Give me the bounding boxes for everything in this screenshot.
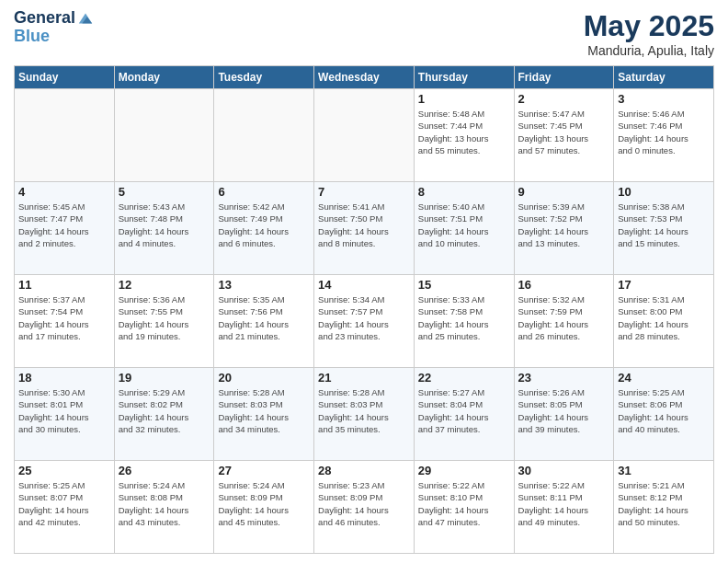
calendar-row-2: 11Sunrise: 5:37 AM Sunset: 7:54 PM Dayli… — [15, 275, 714, 368]
day-number: 20 — [218, 371, 310, 385]
day-number: 23 — [518, 371, 610, 385]
day-info: Sunrise: 5:29 AM Sunset: 8:02 PM Dayligh… — [119, 386, 210, 435]
header-row: SundayMondayTuesdayWednesdayThursdayFrid… — [15, 66, 714, 89]
calendar-cell — [15, 89, 115, 182]
day-number: 12 — [119, 278, 210, 292]
day-number: 5 — [119, 185, 210, 199]
day-info: Sunrise: 5:42 AM Sunset: 7:49 PM Dayligh… — [218, 201, 310, 249]
calendar-cell: 13Sunrise: 5:35 AM Sunset: 7:56 PM Dayli… — [214, 275, 314, 368]
calendar-cell: 17Sunrise: 5:31 AM Sunset: 8:00 PM Dayli… — [614, 275, 714, 368]
calendar-cell: 8Sunrise: 5:40 AM Sunset: 7:51 PM Daylig… — [414, 182, 514, 275]
calendar-cell: 12Sunrise: 5:36 AM Sunset: 7:55 PM Dayli… — [114, 275, 214, 368]
day-info: Sunrise: 5:35 AM Sunset: 7:56 PM Dayligh… — [218, 293, 310, 342]
calendar-cell: 19Sunrise: 5:29 AM Sunset: 8:02 PM Dayli… — [114, 368, 214, 461]
calendar-cell: 16Sunrise: 5:32 AM Sunset: 7:59 PM Dayli… — [514, 275, 614, 368]
day-number: 3 — [618, 92, 710, 106]
day-info: Sunrise: 5:32 AM Sunset: 7:59 PM Dayligh… — [518, 293, 610, 342]
calendar-row-4: 25Sunrise: 5:25 AM Sunset: 8:07 PM Dayli… — [15, 461, 714, 554]
calendar-cell: 29Sunrise: 5:22 AM Sunset: 8:10 PM Dayli… — [414, 461, 514, 554]
day-number: 11 — [18, 278, 110, 292]
day-info: Sunrise: 5:27 AM Sunset: 8:04 PM Dayligh… — [418, 386, 510, 435]
calendar-cell: 9Sunrise: 5:39 AM Sunset: 7:52 PM Daylig… — [514, 182, 614, 275]
calendar-cell: 31Sunrise: 5:21 AM Sunset: 8:12 PM Dayli… — [614, 461, 714, 554]
day-number: 13 — [218, 278, 310, 292]
day-number: 25 — [18, 464, 110, 477]
day-number: 2 — [518, 92, 610, 106]
day-number: 8 — [418, 185, 510, 199]
day-info: Sunrise: 5:45 AM Sunset: 7:47 PM Dayligh… — [18, 201, 110, 249]
calendar-cell: 15Sunrise: 5:33 AM Sunset: 7:58 PM Dayli… — [414, 275, 514, 368]
day-number: 27 — [218, 464, 310, 477]
header-monday: Monday — [114, 66, 214, 89]
day-info: Sunrise: 5:41 AM Sunset: 7:50 PM Dayligh… — [318, 201, 410, 249]
logo: General Blue — [14, 9, 94, 46]
calendar-cell: 5Sunrise: 5:43 AM Sunset: 7:48 PM Daylig… — [114, 182, 214, 275]
logo-icon — [77, 10, 94, 27]
day-info: Sunrise: 5:24 AM Sunset: 8:09 PM Dayligh… — [218, 479, 310, 528]
day-number: 29 — [418, 464, 510, 477]
day-number: 28 — [318, 464, 410, 477]
header: General Blue May 2025 Manduria, Apulia, … — [14, 9, 714, 58]
logo-blue: Blue — [14, 28, 50, 46]
day-info: Sunrise: 5:39 AM Sunset: 7:52 PM Dayligh… — [518, 201, 610, 249]
day-info: Sunrise: 5:43 AM Sunset: 7:48 PM Dayligh… — [119, 201, 210, 249]
day-number: 4 — [18, 185, 110, 199]
month-title: May 2025 — [584, 9, 714, 43]
day-info: Sunrise: 5:40 AM Sunset: 7:51 PM Dayligh… — [418, 201, 510, 249]
day-number: 24 — [618, 371, 710, 385]
day-number: 9 — [518, 185, 610, 199]
header-saturday: Saturday — [614, 66, 714, 89]
day-number: 30 — [518, 464, 610, 477]
day-number: 1 — [418, 92, 510, 106]
day-number: 17 — [618, 278, 710, 292]
calendar-cell: 10Sunrise: 5:38 AM Sunset: 7:53 PM Dayli… — [614, 182, 714, 275]
calendar-cell: 11Sunrise: 5:37 AM Sunset: 7:54 PM Dayli… — [15, 275, 115, 368]
calendar-cell — [214, 89, 314, 182]
day-info: Sunrise: 5:25 AM Sunset: 8:06 PM Dayligh… — [618, 386, 710, 435]
day-number: 18 — [18, 371, 110, 385]
calendar-row-1: 4Sunrise: 5:45 AM Sunset: 7:47 PM Daylig… — [15, 182, 714, 275]
title-block: May 2025 Manduria, Apulia, Italy — [584, 9, 714, 58]
calendar-cell: 2Sunrise: 5:47 AM Sunset: 7:45 PM Daylig… — [514, 89, 614, 182]
page: General Blue May 2025 Manduria, Apulia, … — [0, 0, 728, 563]
day-info: Sunrise: 5:21 AM Sunset: 8:12 PM Dayligh… — [618, 479, 710, 528]
day-number: 22 — [418, 371, 510, 385]
calendar-row-3: 18Sunrise: 5:30 AM Sunset: 8:01 PM Dayli… — [15, 368, 714, 461]
calendar-cell: 14Sunrise: 5:34 AM Sunset: 7:57 PM Dayli… — [314, 275, 415, 368]
day-number: 10 — [618, 185, 710, 199]
day-info: Sunrise: 5:33 AM Sunset: 7:58 PM Dayligh… — [418, 293, 510, 342]
day-info: Sunrise: 5:47 AM Sunset: 7:45 PM Dayligh… — [518, 108, 610, 156]
calendar-cell: 18Sunrise: 5:30 AM Sunset: 8:01 PM Dayli… — [15, 368, 115, 461]
day-info: Sunrise: 5:26 AM Sunset: 8:05 PM Dayligh… — [518, 386, 610, 435]
header-thursday: Thursday — [414, 66, 514, 89]
day-number: 21 — [318, 371, 410, 385]
day-info: Sunrise: 5:22 AM Sunset: 8:10 PM Dayligh… — [418, 479, 510, 528]
day-info: Sunrise: 5:46 AM Sunset: 7:46 PM Dayligh… — [618, 108, 710, 156]
day-number: 16 — [518, 278, 610, 292]
day-info: Sunrise: 5:31 AM Sunset: 8:00 PM Dayligh… — [618, 293, 710, 342]
day-info: Sunrise: 5:48 AM Sunset: 7:44 PM Dayligh… — [418, 108, 510, 156]
header-sunday: Sunday — [15, 66, 115, 89]
day-number: 7 — [318, 185, 410, 199]
day-info: Sunrise: 5:37 AM Sunset: 7:54 PM Dayligh… — [18, 293, 110, 342]
header-tuesday: Tuesday — [214, 66, 314, 89]
calendar-cell: 30Sunrise: 5:22 AM Sunset: 8:11 PM Dayli… — [514, 461, 614, 554]
header-friday: Friday — [514, 66, 614, 89]
calendar-cell: 24Sunrise: 5:25 AM Sunset: 8:06 PM Dayli… — [614, 368, 714, 461]
day-number: 14 — [318, 278, 410, 292]
day-info: Sunrise: 5:25 AM Sunset: 8:07 PM Dayligh… — [18, 479, 110, 528]
day-number: 6 — [218, 185, 310, 199]
calendar-cell: 4Sunrise: 5:45 AM Sunset: 7:47 PM Daylig… — [15, 182, 115, 275]
calendar-cell: 27Sunrise: 5:24 AM Sunset: 8:09 PM Dayli… — [214, 461, 314, 554]
day-number: 15 — [418, 278, 510, 292]
calendar-cell: 26Sunrise: 5:24 AM Sunset: 8:08 PM Dayli… — [114, 461, 214, 554]
calendar-cell: 23Sunrise: 5:26 AM Sunset: 8:05 PM Dayli… — [514, 368, 614, 461]
day-number: 19 — [119, 371, 210, 385]
day-number: 26 — [119, 464, 210, 477]
day-info: Sunrise: 5:28 AM Sunset: 8:03 PM Dayligh… — [218, 386, 310, 435]
calendar-cell: 22Sunrise: 5:27 AM Sunset: 8:04 PM Dayli… — [414, 368, 514, 461]
day-info: Sunrise: 5:24 AM Sunset: 8:08 PM Dayligh… — [119, 479, 210, 528]
day-info: Sunrise: 5:34 AM Sunset: 7:57 PM Dayligh… — [318, 293, 410, 342]
calendar-cell: 1Sunrise: 5:48 AM Sunset: 7:44 PM Daylig… — [414, 89, 514, 182]
calendar-row-0: 1Sunrise: 5:48 AM Sunset: 7:44 PM Daylig… — [15, 89, 714, 182]
